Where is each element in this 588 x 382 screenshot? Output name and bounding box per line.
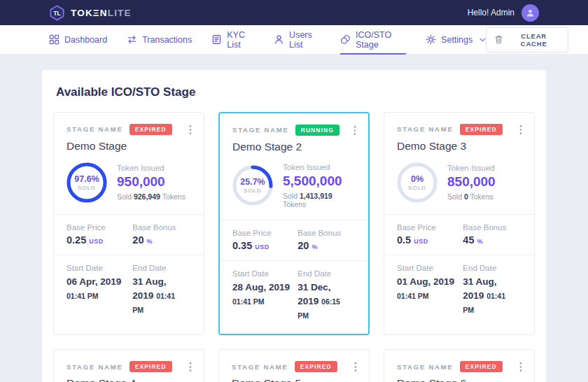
start-date: Start Date 06 Apr, 2019 01:41 PM <box>66 264 132 318</box>
sold-progress-donut: 25.7% SOLD <box>232 165 273 206</box>
base-bonus-unit: % <box>477 238 484 245</box>
chevron-down-icon <box>479 38 486 42</box>
dots-vertical-icon <box>354 362 357 372</box>
base-price-unit: USD <box>414 238 428 245</box>
sold-progress-donut: 0% SOLD <box>397 162 438 203</box>
start-time-value: 01:41 PM <box>397 292 429 300</box>
status-badge: EXPIRED <box>460 124 503 135</box>
stage-name-label: STAGE NAME <box>232 363 288 371</box>
nav-item-ico-sto-stage[interactable]: ICO/STO Stage <box>340 25 406 55</box>
start-date-value: 06 Apr, 2019 <box>66 276 121 287</box>
base-bonus: Base Bonus 20 % <box>298 229 356 251</box>
status-badge: EXPIRED <box>460 361 503 372</box>
end-date: End Date 31 Aug, 2019 01:41 PM <box>132 264 191 318</box>
stage-name-label: STAGE NAME <box>397 363 454 371</box>
stage-name-label: STAGE NAME <box>66 125 123 133</box>
nav-item-settings[interactable]: Settings <box>426 25 486 55</box>
base-price: Base Price 0.35 USD <box>232 229 298 251</box>
page-title: Available ICO/STO Stage <box>56 85 532 99</box>
nav-item-kyc-list[interactable]: KYC List <box>211 25 254 55</box>
kebab-menu-button[interactable] <box>185 360 196 376</box>
greeting-text: Hello! Admin <box>468 8 514 17</box>
token-issued-block: Token Issued 5,500,000 Sold 1,413,919 To… <box>283 163 356 208</box>
token-issued-block: Token Issued 950,000 Sold 926,949 Tokens <box>117 164 186 201</box>
token-issued-label: Token Issued <box>283 163 356 171</box>
trash-icon <box>495 35 503 44</box>
nav-item-label: ICO/STO Stage <box>356 30 406 50</box>
stage-title: Demo Stage 5 <box>232 377 356 382</box>
stage-title: Demo Stage 6 <box>397 377 522 382</box>
sold-label: SOLD <box>78 185 96 191</box>
stage-title: Demo Stage 3 <box>397 140 522 153</box>
stage-card-5: STAGE NAME EXPIRED Demo Stage 5 0% SOLD … <box>218 349 370 382</box>
dots-vertical-icon <box>519 362 522 372</box>
stage-cards-grid: STAGE NAME EXPIRED Demo Stage 97.6% SOLD… <box>53 112 535 382</box>
stage-title: Demo Stage <box>66 140 191 153</box>
nav-item-dashboard[interactable]: Dashboard <box>49 25 107 55</box>
base-bonus-value: 20 <box>298 240 309 251</box>
user-avatar[interactable] <box>522 4 539 22</box>
sold-label: SOLD <box>408 185 426 191</box>
start-time-value: 01:41 PM <box>232 297 265 306</box>
base-bonus-value: 20 <box>132 234 144 246</box>
brand-logo[interactable]: TL TOKΞNLITE <box>49 5 132 21</box>
stage-card-3: STAGE NAME EXPIRED Demo Stage 3 0% SOLD … <box>384 112 535 335</box>
sold-tokens-line: Sold 926,949 Tokens <box>117 192 186 201</box>
user-icon <box>274 34 284 45</box>
status-badge: EXPIRED <box>130 124 172 135</box>
sold-tokens-line: Sold 0 Tokens <box>447 192 496 201</box>
main-nav: Dashboard Transactions KYC List Users Li… <box>0 25 588 55</box>
base-bonus-value: 45 <box>463 234 474 246</box>
nav-item-label: Transactions <box>142 35 192 45</box>
stage-name-label: STAGE NAME <box>66 363 123 371</box>
brand-name: TOKΞNLITE <box>71 8 132 18</box>
clear-cache-label: CLEAR CACHE <box>508 32 559 48</box>
sold-tokens-line: Sold 1,413,919 Tokens <box>283 192 356 208</box>
swap-icon <box>127 34 137 45</box>
coins-icon <box>340 34 351 45</box>
sold-progress-donut: 97.6% SOLD <box>66 162 107 203</box>
start-date-value: 28 Aug, 2019 <box>232 282 290 292</box>
nav-item-label: Settings <box>441 35 472 45</box>
start-date: Start Date 01 Aug, 2019 01:41 PM <box>397 264 463 318</box>
base-price: Base Price 0.5 USD <box>397 223 463 246</box>
content-panel: Available ICO/STO Stage STAGE NAME EXPIR… <box>42 70 546 382</box>
base-bonus: Base Bonus 20 % <box>132 223 191 246</box>
sold-amount: 0 <box>464 192 468 201</box>
stage-title: Demo Stage 4 <box>66 377 191 382</box>
list-icon <box>211 34 222 45</box>
token-issued-block: Token Issued 850,000 Sold 0 Tokens <box>447 164 496 201</box>
status-badge: EXPIRED <box>295 361 337 372</box>
base-price-value: 0.5 <box>397 234 411 246</box>
stage-card-2: STAGE NAME RUNNING Demo Stage 2 25.7% SO… <box>218 112 370 335</box>
nav-item-label: Dashboard <box>64 35 107 45</box>
end-date: End Date 31 Dec, 2019 06:15 PM <box>298 269 356 323</box>
token-issued-value: 950,000 <box>117 174 186 190</box>
nav-item-transactions[interactable]: Transactions <box>127 25 192 55</box>
stage-card-6: STAGE NAME EXPIRED Demo Stage 6 0% SOLD … <box>384 349 535 382</box>
tokenlite-logo-icon: TL <box>49 5 65 21</box>
status-badge: RUNNING <box>295 125 340 136</box>
clear-cache-button[interactable]: CLEAR CACHE <box>486 27 568 52</box>
token-issued-value: 5,500,000 <box>283 174 356 189</box>
base-price: Base Price 0.25 USD <box>66 223 132 246</box>
kebab-menu-button[interactable] <box>515 360 526 376</box>
kebab-menu-button[interactable] <box>185 123 196 139</box>
stage-name-label: STAGE NAME <box>232 126 289 134</box>
sold-percent-value: 97.6% <box>74 174 99 184</box>
base-price-unit: USD <box>255 243 270 250</box>
base-price-value: 0.35 <box>232 240 252 251</box>
kebab-menu-button[interactable] <box>349 124 360 140</box>
end-date: End Date 31 Aug, 2019 01:41 PM <box>463 264 522 318</box>
nav-item-label: Users List <box>289 30 321 50</box>
stage-name-label: STAGE NAME <box>397 125 454 133</box>
dots-vertical-icon <box>519 125 522 135</box>
kebab-menu-button[interactable] <box>350 360 361 376</box>
stage-card-1: STAGE NAME EXPIRED Demo Stage 97.6% SOLD… <box>53 112 204 335</box>
nav-item-users-list[interactable]: Users List <box>274 25 321 55</box>
dots-vertical-icon <box>189 125 192 135</box>
grid-icon <box>49 34 59 45</box>
status-badge: EXPIRED <box>130 361 172 372</box>
kebab-menu-button[interactable] <box>515 123 526 139</box>
token-issued-label: Token Issued <box>117 164 186 172</box>
